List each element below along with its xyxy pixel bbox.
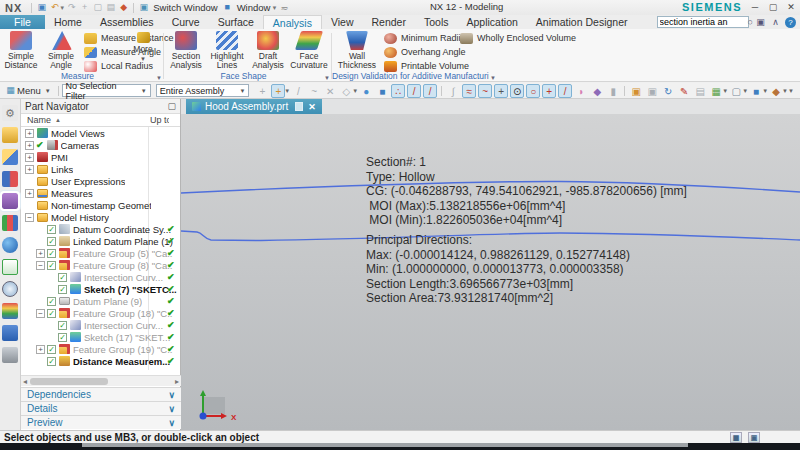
assembly-navigator-icon[interactable] bbox=[2, 149, 18, 165]
tree-row[interactable]: −✓Feature Group (18) "C...✔ bbox=[21, 307, 181, 319]
arc-center-icon[interactable]: ◇ bbox=[339, 84, 353, 98]
chevron-down-icon[interactable]: ∨ bbox=[168, 418, 175, 428]
tree-row[interactable]: ✓Linked Datum Plane (1)✔ bbox=[21, 235, 181, 247]
expand-icon[interactable]: + bbox=[36, 345, 45, 354]
end-point-icon[interactable]: / bbox=[291, 84, 305, 98]
visibility-checkbox[interactable]: ✓ bbox=[58, 285, 67, 294]
pole-point-icon[interactable]: ~ bbox=[478, 84, 492, 98]
wholly-enclosed-volume-button[interactable]: Wholly Enclosed Volume bbox=[460, 31, 580, 45]
status-window-icon[interactable]: ▣ bbox=[748, 432, 760, 443]
grid-icon-caret[interactable]: ▼ bbox=[722, 88, 728, 94]
section-dependencies[interactable]: Dependencies∨ bbox=[21, 387, 181, 401]
face-snap-icon[interactable]: ◗ bbox=[574, 84, 588, 98]
machine-tool-icon[interactable] bbox=[2, 347, 18, 363]
simple-distance-button[interactable]: Simple Distance bbox=[1, 30, 41, 70]
section-preview[interactable]: Preview∨ bbox=[21, 415, 181, 429]
visibility-checkbox[interactable]: ✓ bbox=[58, 333, 67, 342]
window-menu-icon[interactable]: ■ bbox=[221, 1, 234, 14]
part-navigator-icon[interactable] bbox=[2, 193, 18, 209]
tab-close-icon[interactable]: ✕ bbox=[308, 102, 316, 112]
maximize-button[interactable]: ▢ bbox=[764, 0, 782, 14]
visibility-checkbox[interactable]: ✓ bbox=[47, 357, 56, 366]
window-menu-caret-icon[interactable]: ▼ bbox=[271, 5, 277, 11]
tree-row[interactable]: ✓Distance Measurem...✔ bbox=[21, 355, 181, 367]
measure-dialog-launcher-icon[interactable]: ▼ bbox=[156, 75, 162, 81]
expand-icon[interactable]: + bbox=[36, 249, 45, 258]
graphics-window[interactable]: Hood Assembly.prt ✕ Section#: 1Type: Hol… bbox=[181, 99, 800, 430]
arc-center-icon-caret[interactable]: ▼ bbox=[352, 88, 358, 94]
paste-icon[interactable]: ▤ bbox=[104, 1, 117, 14]
point-on-axis-icon[interactable]: / bbox=[423, 84, 437, 98]
facet-body-icon[interactable]: ◆ bbox=[590, 84, 604, 98]
tab-surface[interactable]: Surface bbox=[209, 15, 263, 29]
expand-icon[interactable]: + bbox=[25, 129, 34, 138]
tab-home[interactable]: Home bbox=[45, 15, 91, 29]
spline-point-icon[interactable]: ≈ bbox=[462, 84, 476, 98]
viewport-canvas[interactable]: Section#: 1Type: HollowCG: (-0.046288793… bbox=[181, 114, 800, 430]
tree-row[interactable]: −✓Feature Group (8) "Ca...✔ bbox=[21, 259, 181, 271]
tab-analysis[interactable]: Analysis bbox=[263, 15, 322, 29]
window-cascade-icon[interactable]: ▣ bbox=[629, 84, 643, 98]
snap-views-icon[interactable]: ◆ bbox=[769, 84, 783, 98]
layers-icon[interactable]: ▤ bbox=[693, 84, 707, 98]
visibility-checkbox[interactable]: ✓ bbox=[47, 249, 56, 258]
circle-center-icon[interactable]: ⊙ bbox=[510, 84, 524, 98]
window-tile-icon[interactable]: ▣ bbox=[645, 84, 659, 98]
tangent-snap-icon[interactable]: ∫ bbox=[446, 84, 460, 98]
command-search-input[interactable] bbox=[657, 16, 749, 28]
minimum-radii-button[interactable]: Minimum Radii bbox=[384, 31, 461, 45]
visibility-checkbox[interactable]: ✓ bbox=[47, 345, 56, 354]
collapse-icon[interactable]: − bbox=[36, 261, 45, 270]
plus-point-icon[interactable]: + bbox=[542, 84, 556, 98]
switch-window-button[interactable]: Switch Window bbox=[153, 2, 217, 13]
minimize-button[interactable]: ─ bbox=[746, 0, 764, 14]
face-shape-dialog-launcher-icon[interactable]: ▼ bbox=[324, 75, 330, 81]
close-button[interactable]: ✕ bbox=[782, 0, 800, 14]
overhang-angle-button[interactable]: Overhang Angle bbox=[384, 45, 466, 59]
constraint-navigator-icon[interactable] bbox=[2, 171, 18, 187]
snap-enable-icon[interactable]: + bbox=[255, 84, 269, 98]
visibility-checkbox[interactable]: ✓ bbox=[47, 237, 56, 246]
more-button[interactable]: More ▼ bbox=[126, 30, 160, 64]
chevron-down-icon[interactable]: ∨ bbox=[168, 390, 175, 400]
tree-row[interactable]: +✔Cameras bbox=[21, 139, 181, 151]
tree-column-headers[interactable]: Name ▲ Up to bbox=[21, 114, 180, 127]
expand-icon[interactable]: + bbox=[25, 189, 34, 198]
roles-icon[interactable] bbox=[2, 127, 18, 143]
face-curvature-button[interactable]: Face Curvature bbox=[289, 30, 329, 70]
expand-icon[interactable]: + bbox=[25, 141, 34, 150]
point-dialog-icon-caret[interactable]: ▼ bbox=[284, 88, 290, 94]
existing-point-icon[interactable]: ■ bbox=[375, 84, 389, 98]
save-icon[interactable]: ▣ bbox=[35, 1, 48, 14]
switch-window-icon[interactable]: ▣ bbox=[137, 1, 150, 14]
menu-button[interactable]: ▦ Menu ▼ bbox=[4, 84, 51, 97]
tree-row[interactable]: −Model History bbox=[21, 211, 181, 223]
mid-point-icon[interactable]: ~ bbox=[307, 84, 321, 98]
customize-caret-icon[interactable]: ≂ bbox=[280, 2, 288, 13]
help-icon[interactable]: ? bbox=[785, 17, 796, 28]
copy-icon[interactable]: ▢ bbox=[91, 1, 104, 14]
expand-icon[interactable]: + bbox=[25, 165, 34, 174]
interpart-icon[interactable]: ▮ bbox=[606, 84, 620, 98]
simple-angle-button[interactable]: Simple Angle bbox=[41, 30, 81, 70]
tab-render[interactable]: Render bbox=[363, 15, 415, 29]
section-details[interactable]: Details∨ bbox=[21, 401, 181, 415]
tree-row[interactable]: ✓Intersection Curv...✔ bbox=[21, 271, 181, 283]
refresh-icon[interactable]: ↻ bbox=[661, 84, 675, 98]
expand-icon[interactable]: + bbox=[25, 153, 34, 162]
screen-gear-icon[interactable]: ⚙ bbox=[2, 105, 18, 121]
point-on-line-icon[interactable]: / bbox=[407, 84, 421, 98]
scroll-left-icon[interactable]: ◂ bbox=[23, 377, 27, 386]
reuse-library-icon[interactable] bbox=[2, 215, 18, 231]
brush-icon[interactable]: ✎ bbox=[677, 84, 691, 98]
tree-row[interactable]: ✓Datum Coordinate Sy...✔ bbox=[21, 223, 181, 235]
templates-icon[interactable] bbox=[2, 259, 18, 275]
tab-view[interactable]: View bbox=[322, 15, 363, 29]
redo-icon[interactable]: ↷ bbox=[65, 1, 78, 14]
history-icon[interactable] bbox=[2, 281, 18, 297]
window-style-icon[interactable]: ▣ bbox=[753, 16, 768, 28]
display-mode-icon-caret[interactable]: ▼ bbox=[742, 88, 748, 94]
tab-assemblies[interactable]: Assemblies bbox=[91, 15, 163, 29]
tree-row[interactable]: +✓Feature Group (19) "C...✔ bbox=[21, 343, 181, 355]
tree-row[interactable]: +Links bbox=[21, 163, 181, 175]
